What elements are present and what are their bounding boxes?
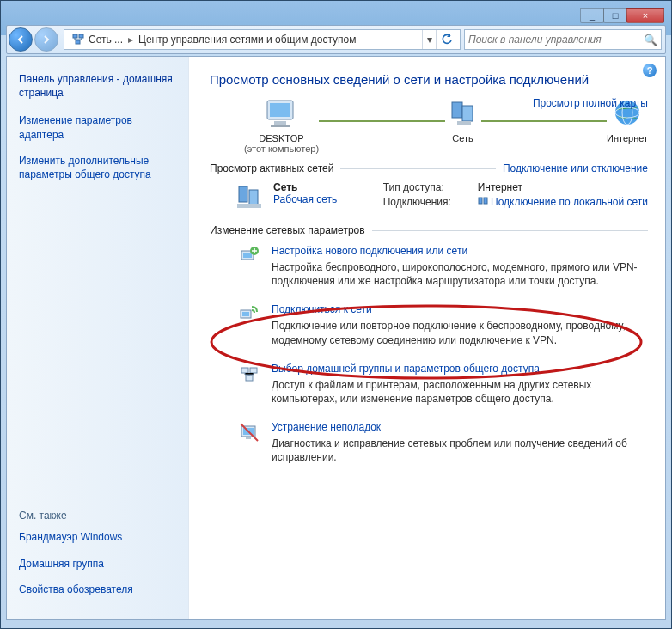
- homegroup-icon: [239, 363, 260, 384]
- search-input[interactable]: [468, 34, 644, 46]
- active-networks-label: Просмотр активных сетей: [210, 162, 333, 174]
- search-box[interactable]: 🔍: [464, 29, 662, 50]
- connect-disconnect-link[interactable]: Подключение или отключение: [503, 162, 648, 174]
- svg-rect-13: [239, 186, 247, 202]
- active-networks-header: Просмотр активных сетей Подключение или …: [210, 162, 648, 174]
- navbar: Сеть ... ▸ Центр управления сетями и общ…: [6, 25, 666, 54]
- sidebar-also-homegroup[interactable]: Домашняя группа: [19, 557, 176, 571]
- task-homegroup-link[interactable]: Выбор домашней группы и параметров общег…: [272, 363, 648, 375]
- access-type-label: Тип доступа:: [383, 181, 469, 193]
- refresh-button[interactable]: [436, 30, 456, 49]
- task-troubleshoot-link[interactable]: Устранение неполадок: [272, 421, 648, 433]
- task-homegroup[interactable]: Выбор домашней группы и параметров общег…: [239, 363, 648, 406]
- address-root: Сеть ...: [89, 34, 123, 46]
- network-path-icon: [71, 33, 85, 46]
- settings-header-label: Изменение сетевых параметров: [210, 224, 365, 236]
- svg-rect-4: [270, 103, 290, 117]
- sidebar-also-internet[interactable]: Свойства обозревателя: [19, 583, 176, 596]
- search-icon: 🔍: [644, 34, 657, 46]
- node-network-label: Сеть: [445, 133, 481, 144]
- address-path: Центр управления сетями и общим доступом: [138, 34, 357, 46]
- svg-rect-5: [274, 121, 286, 125]
- task-homegroup-desc: Доступ к файлам и принтерам, расположенн…: [272, 378, 648, 406]
- sidebar-also-firewall[interactable]: Брандмауэр Windows: [19, 530, 176, 544]
- troubleshoot-icon: [239, 422, 260, 443]
- new-connection-icon: [239, 246, 260, 266]
- connect-icon: [239, 304, 260, 325]
- svg-rect-25: [246, 376, 253, 381]
- svg-rect-8: [462, 106, 473, 121]
- connection-link[interactable]: Подключение по локальной сети: [491, 196, 648, 208]
- svg-rect-0: [73, 34, 77, 38]
- sidebar-link-adapter[interactable]: Изменение параметров адаптера: [19, 113, 176, 141]
- close-button[interactable]: ×: [626, 8, 664, 23]
- task-troubleshoot-desc: Диагностика и исправление сетевых пробле…: [272, 437, 648, 464]
- sidebar: Панель управления - домашняя страница Из…: [7, 57, 189, 619]
- computer-icon: [264, 97, 300, 130]
- svg-rect-1: [79, 34, 83, 38]
- svg-rect-22: [242, 312, 249, 316]
- node-network: Сеть: [445, 97, 481, 144]
- sidebar-link-sharing[interactable]: Изменить дополнительные параметры общего…: [19, 154, 176, 181]
- task-new-connection-desc: Настройка беспроводного, широкополосного…: [272, 260, 648, 288]
- network-icon: [445, 97, 481, 130]
- connection-status-icon: [478, 197, 488, 207]
- svg-rect-2: [76, 40, 80, 44]
- work-network-icon: [235, 181, 266, 212]
- node-desktop: DESKTOP (этот компьютер): [244, 97, 319, 154]
- task-connect[interactable]: Подключиться к сети Подключение или повт…: [239, 303, 648, 346]
- sidebar-home[interactable]: Панель управления - домашняя страница: [19, 72, 176, 100]
- active-network-block: Сеть Рабочая сеть Тип доступа: Интернет …: [210, 181, 648, 212]
- main-panel: Просмотр основных сведений о сети и наст…: [189, 57, 665, 619]
- svg-rect-17: [484, 198, 487, 204]
- svg-rect-24: [250, 368, 257, 373]
- help-button[interactable]: ?: [643, 64, 657, 77]
- settings-header: Изменение сетевых параметров: [210, 224, 648, 236]
- page-title: Просмотр основных сведений о сети и наст…: [210, 72, 648, 87]
- task-new-connection[interactable]: Настройка нового подключения или сети На…: [239, 245, 648, 288]
- task-troubleshoot[interactable]: Устранение неполадок Диагностика и испра…: [239, 421, 648, 464]
- content-area: ? Панель управления - домашняя страница …: [6, 56, 666, 620]
- svg-rect-19: [243, 253, 252, 258]
- task-new-connection-link[interactable]: Настройка нового подключения или сети: [272, 245, 648, 257]
- svg-rect-15: [237, 204, 261, 208]
- node-internet-label: Интернет: [607, 133, 648, 144]
- access-type-value: Интернет: [478, 181, 522, 193]
- network-map-overview: DESKTOP (этот компьютер) Сеть Интернет П…: [210, 97, 648, 154]
- titlebar: _ □ ×: [6, 6, 666, 25]
- svg-rect-7: [452, 102, 462, 118]
- connections-label: Подключения:: [383, 196, 469, 208]
- maximize-button[interactable]: □: [603, 8, 627, 23]
- node-desktop-label: DESKTOP: [244, 133, 319, 144]
- window-frame: _ □ × Сеть ... ▸ Центр управления сетями…: [0, 0, 672, 629]
- node-desktop-sublabel: (этот компьютер): [244, 144, 319, 154]
- address-bar[interactable]: Сеть ... ▸ Центр управления сетями и общ…: [64, 29, 461, 50]
- svg-rect-16: [479, 198, 482, 204]
- address-dropdown[interactable]: ▾: [422, 30, 436, 49]
- svg-rect-14: [249, 190, 258, 205]
- sidebar-also-header: См. также: [19, 510, 176, 522]
- task-connect-desc: Подключение или повторное подключение к …: [272, 319, 648, 346]
- svg-rect-23: [241, 368, 248, 373]
- task-connect-link[interactable]: Подключиться к сети: [272, 303, 648, 315]
- network-name: Сеть: [273, 181, 337, 193]
- network-type-link[interactable]: Рабочая сеть: [273, 193, 337, 205]
- back-button[interactable]: [9, 27, 33, 52]
- minimize-button[interactable]: _: [580, 8, 604, 23]
- svg-rect-9: [457, 121, 471, 125]
- path-separator: ▸: [128, 34, 133, 46]
- forward-button[interactable]: [34, 27, 58, 52]
- svg-rect-6: [271, 125, 290, 127]
- view-full-map-link[interactable]: Просмотр полной карты: [533, 97, 648, 109]
- svg-rect-28: [246, 437, 251, 439]
